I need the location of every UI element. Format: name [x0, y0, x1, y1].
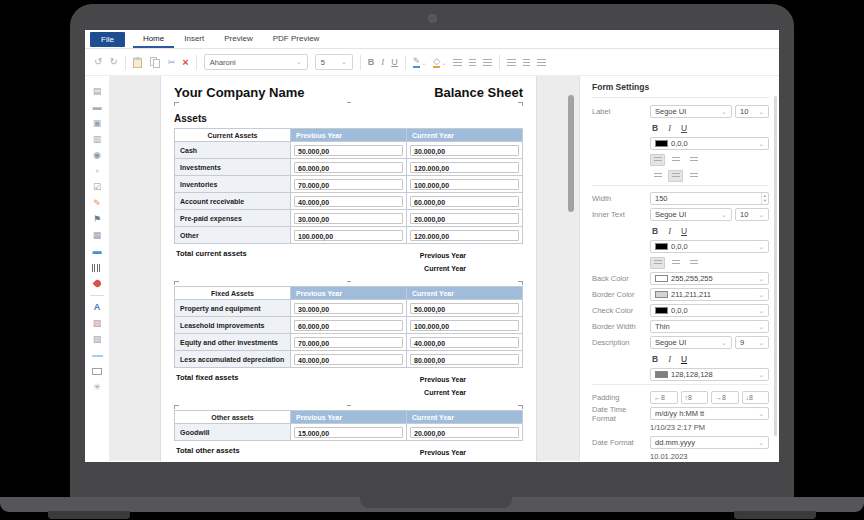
checked-box-icon[interactable]: ☑	[93, 181, 101, 194]
dropdown-field-icon[interactable]: ⚑	[93, 213, 101, 226]
undo-icon[interactable]: ↺	[94, 57, 102, 67]
border-width-select[interactable]: Thin⌄	[650, 320, 769, 333]
inner-text-halign-option-2[interactable]	[686, 257, 701, 269]
date-format-select[interactable]: dd.mm.yyyy⌄	[650, 436, 769, 449]
amount-input[interactable]: 20.000,00	[410, 213, 519, 224]
amount-input[interactable]: 30.000,00	[294, 213, 403, 224]
report-title[interactable]: Balance Sheet	[434, 85, 523, 100]
padding-input-3[interactable]: ↓8	[742, 391, 770, 404]
description-font-family-select[interactable]: Segoe UI⌄	[650, 336, 732, 349]
tab-home[interactable]: Home	[133, 30, 174, 48]
label-valign-option-1[interactable]	[668, 170, 683, 182]
picture-icon[interactable]: ▨	[93, 333, 102, 346]
tab-insert[interactable]: Insert	[174, 30, 214, 48]
rich-text-icon[interactable]: ▬	[93, 245, 102, 258]
amount-input[interactable]: 30.000,00	[294, 303, 403, 314]
padding-input-2[interactable]: →8	[711, 391, 739, 404]
valign-top-icon[interactable]	[507, 59, 516, 66]
spinner-icon[interactable]: ▴▾	[761, 193, 768, 204]
amount-input[interactable]: 80.000,00	[410, 354, 519, 365]
checkbox-icon[interactable]: ▫	[95, 165, 98, 178]
label-halign-option-2[interactable]	[686, 154, 701, 166]
delete-icon[interactable]: ×	[182, 57, 188, 68]
barcode-icon[interactable]	[92, 261, 102, 274]
rectangle-icon[interactable]	[92, 365, 102, 378]
amount-input[interactable]: 100.000,00	[410, 179, 519, 190]
amount-input[interactable]: 30.000,00	[410, 145, 519, 156]
document-page[interactable]: Your Company Name Balance Sheet Assets C…	[160, 76, 537, 461]
table-icon[interactable]: ▦	[93, 229, 102, 242]
amount-input[interactable]: 60.000,00	[294, 320, 403, 331]
signature-icon[interactable]: ✎	[93, 197, 101, 210]
label-color-select[interactable]: 0,0,0⌄	[650, 137, 769, 150]
label-font-size-select[interactable]: 10⌄	[735, 105, 769, 118]
section-heading[interactable]: Assets	[174, 113, 523, 124]
button-field-icon[interactable]: ▣	[93, 117, 102, 130]
inner-text-halign-option-0[interactable]	[650, 257, 665, 269]
valign-middle-icon[interactable]	[523, 59, 530, 66]
width-input[interactable]: 150▴▾	[650, 192, 769, 205]
bold-button[interactable]: B	[652, 226, 658, 236]
amount-input[interactable]: 40.000,00	[294, 354, 403, 365]
wand-icon[interactable]: ✳	[93, 381, 101, 394]
inner-text-halign-option-1[interactable]	[668, 257, 683, 269]
font-family-select[interactable]: Aharoni ⌄	[204, 54, 308, 70]
align-left-icon[interactable]	[453, 59, 462, 66]
italic-button[interactable]: I	[668, 226, 671, 236]
amount-input[interactable]: 50.000,00	[410, 303, 519, 314]
panel-scrollbar[interactable]	[774, 96, 777, 436]
amount-input[interactable]: 60.000,00	[294, 162, 403, 173]
align-right-icon[interactable]	[483, 59, 492, 66]
amount-input[interactable]: 100.000,00	[294, 230, 403, 241]
company-name[interactable]: Your Company Name	[174, 85, 305, 100]
amount-input[interactable]: 120.000,00	[410, 162, 519, 173]
tab-preview[interactable]: Preview	[214, 30, 262, 48]
align-center-icon[interactable]	[469, 59, 476, 66]
paste-icon[interactable]	[133, 57, 143, 68]
label-halign-option-1[interactable]	[668, 154, 683, 166]
tab-pdf-preview[interactable]: PDF Preview	[263, 30, 330, 48]
padding-input-1[interactable]: ↑8	[681, 391, 709, 404]
amount-input[interactable]: 100.000,00	[410, 320, 519, 331]
label-valign-option-0[interactable]	[650, 170, 665, 182]
amount-input[interactable]: 15.000,00	[294, 427, 403, 438]
text-field-icon[interactable]: ▤	[93, 85, 102, 98]
document-scrollbar[interactable]	[568, 95, 574, 212]
bold-button[interactable]: B	[368, 57, 375, 67]
valign-bottom-icon[interactable]	[537, 59, 546, 66]
inner-text-font-size-select[interactable]: 10⌄	[735, 208, 769, 221]
back-color-select[interactable]: 255,255,255⌄	[650, 272, 769, 285]
description-font-size-select[interactable]: 9⌄	[735, 336, 769, 349]
amount-input[interactable]: 60.000,00	[410, 196, 519, 207]
amount-input[interactable]: 70.000,00	[294, 179, 403, 190]
amount-input[interactable]: 40.000,00	[294, 196, 403, 207]
amount-input[interactable]: 40.000,00	[410, 337, 519, 348]
bold-button[interactable]: B	[652, 354, 658, 364]
inner-text-font-family-select[interactable]: Segoe UI⌄	[650, 208, 732, 221]
italic-button[interactable]: I	[668, 123, 671, 133]
date-time-format-select[interactable]: m/d/yy h:MM tt⌄	[650, 407, 769, 420]
underline-button[interactable]: U	[681, 226, 687, 236]
amount-input[interactable]: 120.000,00	[410, 230, 519, 241]
fill-color-button[interactable]: ◇ ⌄	[433, 57, 446, 68]
description-color-select[interactable]: 128,128,128⌄	[650, 368, 769, 381]
font-color-button[interactable]: ✎ ⌄	[413, 57, 427, 68]
radio-button-icon[interactable]: ◉	[93, 149, 101, 162]
underline-button[interactable]: U	[681, 354, 687, 364]
label-font-family-select[interactable]: Segoe UI⌄	[650, 105, 732, 118]
bold-button[interactable]: B	[652, 123, 658, 133]
image-icon[interactable]: ▨	[93, 317, 102, 330]
border-color-select[interactable]: 211,211,211⌄	[650, 288, 769, 301]
italic-button[interactable]: I	[381, 57, 384, 67]
map-pin-icon[interactable]	[94, 277, 101, 290]
label-valign-option-2[interactable]	[686, 170, 701, 182]
combo-box-icon[interactable]: ▥	[93, 133, 102, 146]
underline-button[interactable]: U	[681, 123, 687, 133]
font-size-select[interactable]: 5 ⌄	[315, 54, 353, 70]
padding-input-0[interactable]: ←8	[650, 391, 678, 404]
amount-input[interactable]: 70.000,00	[294, 337, 403, 348]
redo-icon[interactable]: ↻	[109, 57, 117, 67]
amount-input[interactable]: 50.000,00	[294, 145, 403, 156]
copy-icon[interactable]	[150, 57, 161, 68]
label-field-icon[interactable]: ▬	[93, 101, 102, 114]
